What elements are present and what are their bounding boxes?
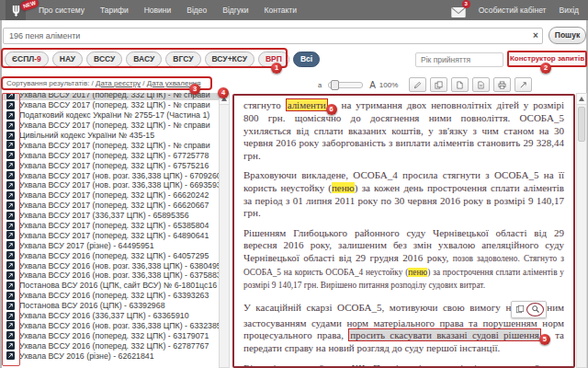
slider-thumb[interactable] <box>331 80 339 90</box>
mail-icon[interactable]: 3 <box>451 5 466 16</box>
copy-document-button[interactable] <box>430 77 447 92</box>
search-button[interactable]: Пошук <box>548 27 586 44</box>
document-icon <box>6 151 15 159</box>
search-input[interactable] <box>3 28 543 44</box>
filter-pill-0[interactable]: ЄСПЛ-9 <box>5 52 49 67</box>
nav-item-4[interactable]: Відгуки <box>222 6 248 15</box>
document-icon <box>6 93 15 99</box>
result-title: Ухвала ВССУ 2016 (нов. розг. 336,338 ЦПК… <box>19 261 219 270</box>
document-icon <box>6 111 15 120</box>
result-row-3[interactable]: Ухвала ВССУ 2017 (поперед. 332 ЦПК) - № … <box>2 121 219 131</box>
font-decrease-label[interactable]: a <box>318 81 322 89</box>
doc-paragraph-0: стягнуто аліменти6 на утримання двох неп… <box>243 99 564 162</box>
sort-by-registry-link[interactable]: Дата реєстру <box>96 79 141 87</box>
result-title: Ухвала ВССУ 2016 (нов. розг. 336,338 ЦПК… <box>19 321 219 330</box>
result-row-2[interactable]: Податковий кодекс України № 2755-17 (Час… <box>2 110 219 121</box>
nav-item-0[interactable]: Про систему <box>39 6 85 15</box>
result-row-15[interactable]: Ухвала ВСУ 2017 (різне) - 64495951 <box>2 240 219 250</box>
highlight-button[interactable] <box>409 77 426 92</box>
document-icon <box>6 181 15 190</box>
result-row-21[interactable]: Постанова ВСУ 2016 (ЦПК) - 63392968 <box>2 301 219 311</box>
result-title: Ухвала ВССУ 2017 (поперед. 332 ЦПК) - 65… <box>19 221 209 230</box>
result-row-12[interactable]: Ухвала ВССУ 2017 (336,337 ЦПК) - 6589535… <box>2 211 219 221</box>
result-row-23[interactable]: Ухвала ВССУ 2016 (нов. розг. 336,338 ЦПК… <box>2 320 219 330</box>
result-title: Ухвала ВССУ 2016 (336,337 ЦПК) - 6336591… <box>19 311 189 320</box>
result-row-4[interactable]: Цивільний кодекс України № 435-15 <box>2 131 219 141</box>
filter-pill-2[interactable]: ВССУ <box>86 52 122 67</box>
clear-search-icon[interactable]: × <box>529 29 542 42</box>
nav-item-logout[interactable]: Вихід <box>559 6 579 15</box>
results-list: Ухвала ВССУ 2017 (поперед. 332 ЦПК) - № … <box>2 93 219 368</box>
nav-item-2[interactable]: Новини <box>144 6 172 15</box>
result-row-8[interactable]: Ухвала ВССУ 2017 (нов. розг. 336,338 ЦПК… <box>2 170 219 180</box>
font-size-slider[interactable] <box>328 82 363 88</box>
result-row-22[interactable]: Ухвала ВССУ 2016 (336,337 ЦПК) - 6336591… <box>2 311 219 321</box>
result-row-1[interactable]: Ухвала ВССУ 2017 (поперед. 332 ЦПК) - № … <box>2 100 219 110</box>
filter-pill-4[interactable]: ВГСУ <box>165 52 200 67</box>
result-title: Ухвала ВССУ 2017 (нов. розг. 336,338 ЦПК… <box>19 171 219 180</box>
result-row-10[interactable]: Ухвала ВССУ 2017 (поперед. 332 ЦПК) - 66… <box>2 190 219 201</box>
results-scrollbar[interactable] <box>219 93 230 368</box>
document-toolbar: a A 100% <box>318 77 532 92</box>
filter-pill-5[interactable]: ВСУ+КСУ <box>205 52 254 67</box>
document-icon <box>6 302 15 310</box>
doc-paragraph-3: У касаційній скарзі ОСОБА_5, мотивуючи с… <box>243 300 564 355</box>
save-document-button[interactable] <box>472 77 490 92</box>
mail-count-badge: 3 <box>462 0 470 8</box>
annotation-badge-2: 2 <box>540 63 551 74</box>
filter-pill-1[interactable]: НАУ <box>52 52 83 67</box>
filter-pill-label: ВСУ+КСУ <box>212 54 247 63</box>
filter-pill-7[interactable]: Всі <box>293 52 320 67</box>
nav-item-5[interactable]: Контакти <box>265 6 297 15</box>
annotation-badge-1: 1 <box>271 63 282 74</box>
document-panel-annotation-border: стягнуто аліменти6 на утримання двох неп… <box>232 94 575 368</box>
search-selection-button[interactable] <box>529 305 541 315</box>
highlighted-text: просить скасувати вказані судові рішення <box>348 328 541 341</box>
result-row-11[interactable]: Ухвала ВССУ 2017 (поперед. 332 ЦПК) - 66… <box>2 201 219 211</box>
result-row-17[interactable]: Ухвала ВССУ 2016 (нов. розг. 336,338 ЦПК… <box>2 260 219 270</box>
result-row-18[interactable]: Ухвала ВССУ 2016 (нов. розг. 336,338 ЦПК… <box>2 270 219 281</box>
font-increase-label[interactable]: A <box>369 80 376 90</box>
doc-text-run: стягнуто <box>243 99 286 110</box>
document-scrollbar[interactable] <box>576 93 587 368</box>
result-row-5[interactable]: Ухвала ВССУ 2017 (поперед. 332 ЦПК) - № … <box>2 140 219 150</box>
scroll-up-icon[interactable] <box>577 94 586 105</box>
export-document-button[interactable] <box>451 77 469 92</box>
filter-pill-label: ЄСПЛ <box>12 54 34 63</box>
print-button[interactable] <box>493 77 511 92</box>
fullscreen-button[interactable] <box>514 77 532 92</box>
result-title: Ухвала ВССУ 2017 (нов. розг. 336,338 ЦПК… <box>19 180 219 190</box>
result-row-19[interactable]: Постанова ВСУ 2016 (ЦПК, сайт ВСУ) № 6-1… <box>2 281 219 291</box>
result-row-9[interactable]: Ухвала ВССУ 2017 (нов. розг. 336,338 ЦПК… <box>2 180 219 190</box>
result-row-7[interactable]: Ухвала ВССУ 2017 (поперед. 332 ЦПК) - 67… <box>2 160 219 170</box>
result-row-6[interactable]: Ухвала ВССУ 2017 (поперед. 332 ЦПК) - 67… <box>2 150 219 160</box>
result-row-16[interactable]: Ухвала ВССУ 2016 (поперед. 332 ЦПК) - 64… <box>2 250 219 260</box>
doc-paragraph-2: Рішенням Глибоцького районного суду Черн… <box>243 227 564 293</box>
result-row-14[interactable]: Ухвала ВССУ 2017 (поперед. 332 ЦПК) - 64… <box>2 230 219 240</box>
result-title: Ухвала ВССУ 2017 (поперед. 332 ЦПК) - 64… <box>19 231 209 240</box>
result-row-13[interactable]: Ухвала ВССУ 2017 (поперед. 332 ЦПК) - 65… <box>2 221 219 231</box>
highlighted-text: пеню <box>332 182 355 193</box>
copy-selection-button[interactable] <box>514 305 526 315</box>
separator: / <box>92 79 94 87</box>
sorting-bar: Сортування результатів: / Дата реєстру /… <box>6 79 201 87</box>
nav-item-1[interactable]: Тарифи <box>100 6 129 15</box>
nav-item-3[interactable]: Відео <box>187 6 207 15</box>
nav-item-account[interactable]: Особистий кабінет <box>479 6 547 15</box>
document-icon <box>6 101 15 109</box>
result-row-0[interactable]: Ухвала ВССУ 2017 (поперед. 332 ЦПК) - № … <box>2 93 219 100</box>
document-icon <box>6 141 15 149</box>
filter-pill-3[interactable]: ВАСУ <box>126 52 162 67</box>
result-row-26[interactable]: Ухвала ВСУ 2016 (різне) - 62621841 <box>2 351 219 361</box>
filter-pill-label: НАУ <box>60 54 75 63</box>
year-input[interactable] <box>415 52 503 67</box>
scrollbar-thumb[interactable] <box>578 107 585 142</box>
result-row-25[interactable]: Ухвала ВССУ 2016 (поперед. 332 ЦПК) - 62… <box>2 340 219 351</box>
result-title: Ухвала ВССУ 2017 (поперед. 332 ЦПК) - 66… <box>19 201 209 210</box>
document-icon <box>6 331 15 339</box>
result-title: Податковий кодекс України № 2755-17 (Час… <box>19 110 209 120</box>
result-row-24[interactable]: Ухвала ВССУ 2016 (поперед. 332 ЦПК) - 63… <box>2 330 219 340</box>
result-row-20[interactable]: Ухвала ВССУ 2016 (поперед. 332 ЦПК) - 63… <box>2 291 219 301</box>
highlighted-text: аліменти <box>286 98 328 111</box>
doc-paragraph-4: Відповідно до п. 6 розд. XII «Прикінцеві… <box>243 362 564 368</box>
